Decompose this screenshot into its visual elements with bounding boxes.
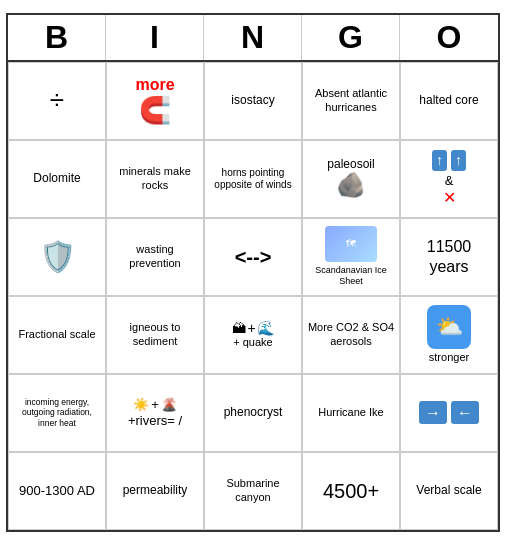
- header-i: I: [106, 15, 204, 60]
- map-image: 🗺: [325, 226, 377, 262]
- ampersand-text: &: [445, 173, 454, 189]
- sun-emoji: ☀️: [133, 397, 149, 413]
- cell-r6c1: 900-1300 AD: [8, 452, 106, 530]
- years-text: 11500 years: [405, 237, 493, 275]
- cell-r6c2: permeability: [106, 452, 204, 530]
- stronger-text: stronger: [429, 351, 469, 364]
- permeability-text: permeability: [123, 483, 188, 497]
- cell-r1c5: halted core: [400, 62, 498, 140]
- horns-text: horns pointing opposite of winds: [209, 167, 297, 191]
- bingo-card: B I N G O ÷ more 🧲 isostacy Absent atlan…: [6, 13, 500, 532]
- cell-r5c5: → ←: [400, 374, 498, 452]
- cell-r4c4: More CO2 & SO4 aerosols: [302, 296, 400, 374]
- cell-r5c1: incoming energy, outgoing radiation, inn…: [8, 374, 106, 452]
- building-emoji: 🏔: [232, 320, 246, 337]
- dolomite-text: Dolomite: [33, 171, 80, 185]
- cell-r6c5: Verbal scale: [400, 452, 498, 530]
- shield-emoji: 🛡️: [39, 239, 76, 275]
- four500-text: 4500+: [323, 479, 379, 503]
- scandanavian-text: Scandanavian Ice Sheet: [307, 265, 395, 287]
- up-arrow-1: ↑: [432, 150, 447, 171]
- co2-text: More CO2 & SO4 aerosols: [307, 321, 395, 347]
- wasting-text: wasting prevention: [111, 243, 199, 269]
- up-arrow-2: ↑: [451, 150, 466, 171]
- cell-r3c4: 🗺 Scandanavian Ice Sheet: [302, 218, 400, 296]
- cell-r3c2: wasting prevention: [106, 218, 204, 296]
- verbal-scale-text: Verbal scale: [416, 483, 481, 497]
- cell-r4c5: ⛅ stronger: [400, 296, 498, 374]
- cell-r1c3: isostacy: [204, 62, 302, 140]
- bingo-grid: ÷ more 🧲 isostacy Absent atlantic hurric…: [8, 62, 498, 530]
- cell-r3c3: <-->: [204, 218, 302, 296]
- igneous-text: igneous to sediment: [111, 321, 199, 347]
- plus-sign: +: [247, 320, 255, 337]
- left-arrow: ←: [451, 401, 479, 424]
- year-range-text: 900-1300 AD: [19, 483, 95, 499]
- submarine-text: Submarine canyon: [209, 477, 297, 503]
- cell-r6c3: Submarine canyon: [204, 452, 302, 530]
- more-text: more: [135, 75, 174, 94]
- cell-r2c4: paleosoil 🪨: [302, 140, 400, 218]
- right-arrow: →: [419, 401, 447, 424]
- phenocryst-text: phenocryst: [224, 405, 283, 419]
- header-n: N: [204, 15, 302, 60]
- minerals-text: minerals make rocks: [111, 165, 199, 191]
- paleosoil-text: paleosoil: [327, 157, 374, 171]
- arrows-horiz: <-->: [235, 245, 272, 269]
- sun-cloud-emoji: ⛅: [436, 314, 463, 340]
- rock-emoji: 🪨: [336, 171, 366, 200]
- cell-r5c2: ☀️ + 🌋 +rivers= /: [106, 374, 204, 452]
- cell-r6c4: 4500+: [302, 452, 400, 530]
- cell-r1c2: more 🧲: [106, 62, 204, 140]
- header-g: G: [302, 15, 400, 60]
- cell-r3c1: 🛡️: [8, 218, 106, 296]
- lr-arrows-box: → ←: [419, 401, 479, 424]
- cell-r4c1: Fractional scale: [8, 296, 106, 374]
- cell-r2c1: Dolomite: [8, 140, 106, 218]
- cell-r2c2: minerals make rocks: [106, 140, 204, 218]
- quake-icons: 🏔 + 🌊: [232, 320, 273, 337]
- plus-rivers: +: [151, 397, 159, 413]
- quake-text: + quake: [233, 336, 272, 349]
- cell-r2c3: horns pointing opposite of winds: [204, 140, 302, 218]
- weather-icon-box: ⛅: [427, 305, 471, 349]
- x-mark: ✕: [443, 188, 456, 207]
- cell-r1c4: Absent atlantic hurricanes: [302, 62, 400, 140]
- cell-r5c4: Hurricane Ike: [302, 374, 400, 452]
- hurricane-ike-text: Hurricane Ike: [318, 406, 383, 419]
- cell-r4c3: 🏔 + 🌊 + quake: [204, 296, 302, 374]
- cell-r4c2: igneous to sediment: [106, 296, 204, 374]
- rivers-icons: ☀️ + 🌋: [133, 397, 177, 413]
- cell-r1c1: ÷: [8, 62, 106, 140]
- magnet-emoji: 🧲: [139, 95, 171, 126]
- rivers-text: +rivers= /: [128, 413, 182, 429]
- isostacy-text: isostacy: [231, 93, 274, 107]
- bingo-header: B I N G O: [8, 15, 498, 62]
- header-o: O: [400, 15, 498, 60]
- volcano-emoji: 🌋: [161, 397, 177, 413]
- wave-emoji: 🌊: [257, 320, 274, 337]
- fractional-text: Fractional scale: [18, 328, 95, 341]
- cell-r3c5: 11500 years: [400, 218, 498, 296]
- header-b: B: [8, 15, 106, 60]
- halted-core-text: halted core: [419, 93, 478, 107]
- divide-symbol: ÷: [50, 85, 64, 116]
- energy-text: incoming energy, outgoing radiation, inn…: [13, 397, 101, 428]
- absent-hurricanes-text: Absent atlantic hurricanes: [307, 87, 395, 113]
- cell-r2c5: ↑ ↑ & ✕: [400, 140, 498, 218]
- cell-r5c3: phenocryst: [204, 374, 302, 452]
